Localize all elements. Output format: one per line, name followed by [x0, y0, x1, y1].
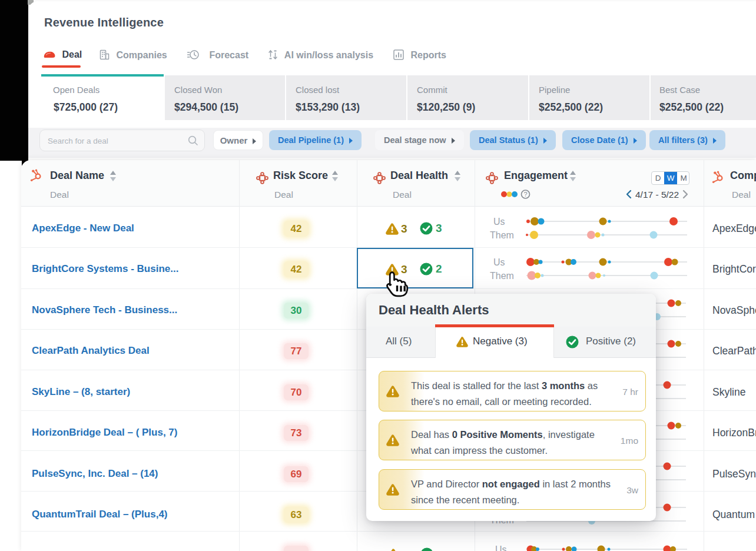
svg-text:?: ?: [523, 191, 527, 198]
